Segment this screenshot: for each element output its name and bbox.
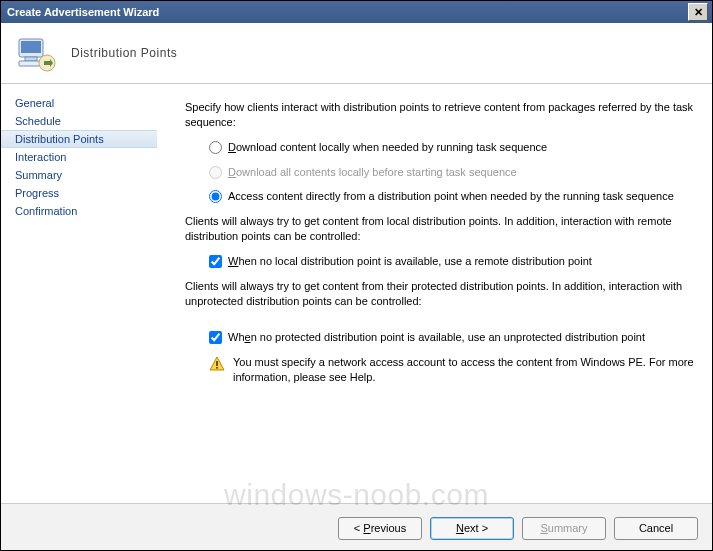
close-button[interactable]: ✕ (688, 3, 708, 21)
radio-access-directly-input[interactable] (209, 190, 222, 203)
distribution-points-icon (13, 31, 57, 75)
titlebar: Create Advertisement Wizard ✕ (1, 1, 712, 23)
sidebar-item-general[interactable]: General (1, 94, 157, 112)
cancel-button[interactable]: Cancel (614, 517, 698, 540)
sidebar-item-interaction[interactable]: Interaction (1, 148, 157, 166)
previous-button[interactable]: < Previous (338, 517, 422, 540)
sidebar-item-confirmation[interactable]: Confirmation (1, 202, 157, 220)
sidebar-item-schedule[interactable]: Schedule (1, 112, 157, 130)
wizard-sidebar: General Schedule Distribution Points Int… (1, 84, 157, 503)
sidebar-item-distribution-points[interactable]: Distribution Points (1, 130, 157, 148)
local-dp-text: Clients will always try to get content f… (185, 214, 694, 244)
protected-dp-text: Clients will always try to get content f… (185, 279, 694, 309)
radio-download-all-before: Download all contents locally before sta… (209, 165, 694, 180)
wizard-content: Specify how clients interact with distri… (157, 84, 712, 503)
svg-rect-5 (216, 361, 218, 366)
intro-text: Specify how clients interact with distri… (185, 100, 694, 130)
svg-rect-6 (216, 367, 218, 369)
radio-download-when-needed-label: Download content locally when needed by … (228, 140, 694, 155)
wizard-body: General Schedule Distribution Points Int… (1, 84, 712, 503)
check-unprotected-dp-input[interactable] (209, 331, 222, 344)
radio-access-directly[interactable]: Access content directly from a distribut… (209, 189, 694, 204)
summary-button: Summary (522, 517, 606, 540)
page-title: Distribution Points (57, 46, 177, 60)
radio-download-all-before-label: Download all contents locally before sta… (228, 165, 694, 180)
warning-text: You must specify a network access accoun… (233, 355, 694, 385)
sidebar-item-summary[interactable]: Summary (1, 166, 157, 184)
check-unprotected-dp-label: When no protected distribution point is … (228, 330, 694, 345)
radio-download-when-needed[interactable]: Download content locally when needed by … (209, 140, 694, 155)
check-unprotected-dp[interactable]: When no protected distribution point is … (209, 330, 694, 345)
sidebar-item-progress[interactable]: Progress (1, 184, 157, 202)
check-remote-dp-label: When no local distribution point is avai… (228, 254, 694, 269)
next-button[interactable]: Next > (430, 517, 514, 540)
check-remote-dp[interactable]: When no local distribution point is avai… (209, 254, 694, 269)
wizard-header: Distribution Points (1, 23, 712, 84)
warning-row: You must specify a network access accoun… (209, 355, 694, 385)
wizard-footer: < Previous Next > Summary Cancel (1, 503, 712, 551)
radio-download-when-needed-input[interactable] (209, 141, 222, 154)
window-title: Create Advertisement Wizard (5, 6, 688, 18)
wizard-window: Create Advertisement Wizard ✕ Distributi… (0, 0, 713, 551)
check-remote-dp-input[interactable] (209, 255, 222, 268)
radio-access-directly-label: Access content directly from a distribut… (228, 189, 694, 204)
svg-rect-1 (21, 41, 41, 53)
warning-icon (209, 356, 225, 372)
radio-download-all-before-input (209, 166, 222, 179)
svg-rect-2 (25, 57, 37, 61)
close-icon: ✕ (694, 7, 703, 18)
